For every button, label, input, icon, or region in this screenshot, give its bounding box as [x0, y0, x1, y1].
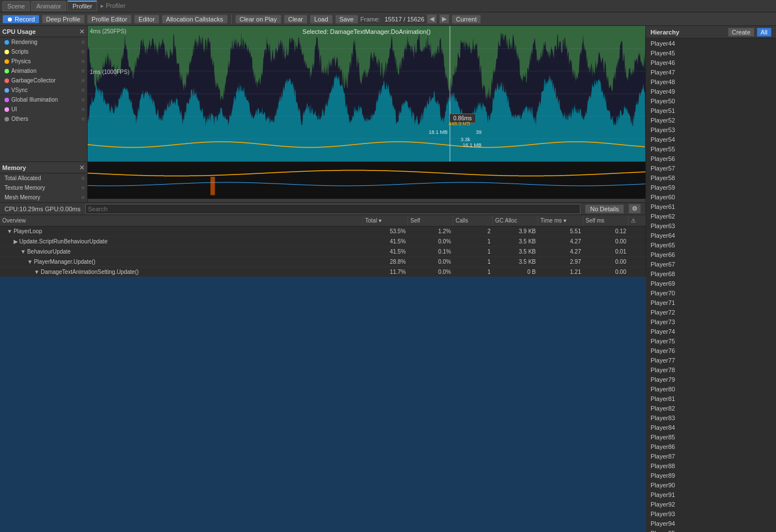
hierarchy-item-player94[interactable]: Player94 [646, 518, 776, 528]
table-row[interactable]: ▼BehaviourUpdate 41.5% 0.1% 1 3.5 KB 4.2… [0, 247, 645, 257]
memory-close-button[interactable]: ✕ [79, 164, 85, 172]
current-button[interactable]: Current [452, 15, 482, 24]
save-button[interactable]: Save [335, 15, 358, 24]
hierarchy-item-player52[interactable]: Player52 [646, 115, 776, 125]
hierarchy-item-player95[interactable]: Player95 [646, 528, 776, 532]
hierarchy-item-player65[interactable]: Player65 [646, 240, 776, 250]
hierarchy-item-player64[interactable]: Player64 [646, 230, 776, 240]
hierarchy-item-player44[interactable]: Player44 [646, 38, 776, 48]
hierarchy-item-player71[interactable]: Player71 [646, 298, 776, 307]
hierarchy-item-player58[interactable]: Player58 [646, 173, 776, 182]
hierarchy-item-player76[interactable]: Player76 [646, 346, 776, 355]
hierarchy-item-player83[interactable]: Player83 [646, 413, 776, 422]
hierarchy-item-player93[interactable]: Player93 [646, 509, 776, 518]
tab-animator[interactable]: Animator [31, 1, 66, 11]
hierarchy-item-player49[interactable]: Player49 [646, 86, 776, 96]
hierarchy-item-player68[interactable]: Player68 [646, 269, 776, 278]
hierarchy-item-player70[interactable]: Player70 [646, 288, 776, 298]
no-details-button[interactable]: No Details [585, 204, 624, 213]
settings-button[interactable]: ⚙ [628, 204, 641, 213]
hierarchy-item-player81[interactable]: Player81 [646, 394, 776, 403]
hierarchy-item-player78[interactable]: Player78 [646, 365, 776, 374]
hierarchy-item-player75[interactable]: Player75 [646, 336, 776, 346]
hierarchy-item-player46[interactable]: Player46 [646, 58, 776, 67]
hierarchy-item-player50[interactable]: Player50 [646, 96, 776, 106]
hierarchy-item-player74[interactable]: Player74 [646, 326, 776, 336]
hierarchy-item-player62[interactable]: Player62 [646, 211, 776, 221]
cpu-item-others[interactable]: Others ≡ [0, 114, 87, 124]
table-row[interactable]: ▼PlayerManager.Update() 28.8% 0.0% 1 3.5… [0, 257, 645, 267]
hierarchy-item-player91[interactable]: Player91 [646, 490, 776, 499]
hierarchy-item-player60[interactable]: Player60 [646, 192, 776, 202]
hierarchy-item-player69[interactable]: Player69 [646, 278, 776, 288]
prev-frame-button[interactable]: ◀ [427, 14, 437, 24]
record-button[interactable]: ⏺ Record [2, 15, 40, 24]
th-self[interactable]: Self [408, 215, 453, 226]
hierarchy-item-player61[interactable]: Player61 [646, 202, 776, 211]
cpu-item-scripts[interactable]: Scripts ≡ [0, 47, 87, 56]
cpu-item-physics[interactable]: Physics ≡ [0, 56, 87, 66]
editor-button[interactable]: Editor [134, 15, 159, 24]
hierarchy-item-player72[interactable]: Player72 [646, 307, 776, 317]
memory-item-total[interactable]: Total Allocated ≡ [0, 173, 87, 183]
hierarchy-item-player77[interactable]: Player77 [646, 355, 776, 365]
hierarchy-item-player90[interactable]: Player90 [646, 480, 776, 490]
hierarchy-item-player63[interactable]: Player63 [646, 221, 776, 230]
cpu-item-rendering[interactable]: Rendering ≡ [0, 37, 87, 47]
memory-chart[interactable] [88, 162, 645, 199]
hierarchy-item-player59[interactable]: Player59 [646, 182, 776, 192]
hierarchy-item-player79[interactable]: Player79 [646, 374, 776, 384]
hierarchy-item-player45[interactable]: Player45 [646, 48, 776, 58]
hierarchy-all-button[interactable]: All [757, 28, 771, 37]
cpu-item-ui[interactable]: UI ≡ [0, 104, 87, 114]
cpu-close-button[interactable]: ✕ [79, 28, 85, 36]
allocation-callstacks-button[interactable]: Allocation Callstacks [162, 15, 228, 24]
table-row[interactable]: ▶Update.ScriptRunBehaviourUpdate 41.5% 0… [0, 237, 645, 247]
cpu-canvas[interactable] [88, 26, 645, 162]
hierarchy-item-player73[interactable]: Player73 [646, 317, 776, 326]
th-self-ms[interactable]: Self ms [583, 215, 628, 226]
hierarchy-item-player53[interactable]: Player53 [646, 125, 776, 134]
th-gc-alloc[interactable]: GC Alloc [493, 215, 538, 226]
hierarchy-item-player47[interactable]: Player47 [646, 67, 776, 77]
hierarchy-item-player85[interactable]: Player85 [646, 432, 776, 442]
hierarchy-item-player55[interactable]: Player55 [646, 144, 776, 154]
cpu-item-animation[interactable]: Animation ≡ [0, 66, 87, 76]
th-total[interactable]: Total ▾ [363, 215, 408, 226]
th-time-ms[interactable]: Time ms ▾ [538, 215, 583, 226]
tab-profiler[interactable]: Profiler [67, 1, 97, 11]
hierarchy-create-button[interactable]: Create [728, 28, 755, 37]
table-row[interactable]: ▼DamageTextAnimationSetting.Update() 11.… [0, 267, 645, 277]
clear-on-play-button[interactable]: Clear on Play [235, 15, 281, 24]
hierarchy-item-player87[interactable]: Player87 [646, 451, 776, 461]
th-calls[interactable]: Calls [453, 215, 493, 226]
memory-item-texture[interactable]: Texture Memory ≡ [0, 183, 87, 193]
hierarchy-item-player89[interactable]: Player89 [646, 470, 776, 480]
profile-editor-button[interactable]: Profile Editor [87, 15, 132, 24]
hierarchy-item-player80[interactable]: Player80 [646, 384, 776, 394]
hierarchy-item-player86[interactable]: Player86 [646, 442, 776, 451]
hierarchy-item-player48[interactable]: Player48 [646, 77, 776, 86]
deep-profile-button[interactable]: Deep Profile [42, 15, 85, 24]
cpu-item-vsync[interactable]: VSync ≡ [0, 85, 87, 95]
cpu-item-gi[interactable]: Global Illumination ≡ [0, 95, 87, 104]
cpu-item-gc[interactable]: GarbageCollector ≡ [0, 76, 87, 85]
next-frame-button[interactable]: ▶ [439, 14, 449, 24]
clear-button[interactable]: Clear [284, 15, 307, 24]
cpu-chart[interactable]: 4ms (250FPS) 1ms (1000FPS) Selected: Dam… [88, 26, 645, 162]
load-button[interactable]: Load [310, 15, 332, 24]
tab-scene[interactable]: Scene [2, 1, 30, 11]
hierarchy-item-player51[interactable]: Player51 [646, 106, 776, 115]
hierarchy-item-player66[interactable]: Player66 [646, 250, 776, 259]
hierarchy-item-player56[interactable]: Player56 [646, 154, 776, 163]
memory-item-mesh[interactable]: Mesh Memory ≡ [0, 193, 87, 202]
hierarchy-item-player84[interactable]: Player84 [646, 422, 776, 432]
hierarchy-item-player54[interactable]: Player54 [646, 134, 776, 144]
hierarchy-item-player92[interactable]: Player92 [646, 499, 776, 509]
hierarchy-item-player57[interactable]: Player57 [646, 163, 776, 173]
hierarchy-item-player67[interactable]: Player67 [646, 259, 776, 269]
search-input[interactable] [85, 204, 581, 214]
table-row[interactable]: ▼PlayerLoop 53.5% 1.2% 2 3.9 KB 5.51 0.1… [0, 226, 645, 237]
hierarchy-item-player88[interactable]: Player88 [646, 461, 776, 470]
hierarchy-item-player82[interactable]: Player82 [646, 403, 776, 413]
